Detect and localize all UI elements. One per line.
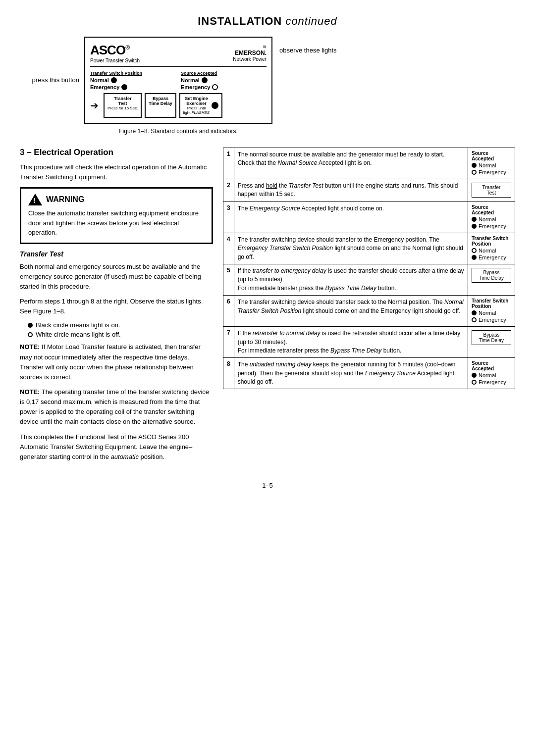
step-number: 5 — [223, 264, 234, 295]
note2: NOTE: The operating transfer time of the… — [20, 387, 213, 427]
step-number: 3 — [223, 202, 234, 233]
warning-label: WARNING — [46, 195, 84, 204]
src-normal-row: Normal — [181, 77, 267, 83]
step-indicator: Transfer Switch Position Normal Emergenc… — [468, 296, 515, 327]
emerson-logo: ≋ EMERSON. Network Power — [233, 44, 267, 62]
para1: Both normal and emergency sources must b… — [20, 262, 213, 292]
indicator-normal-circle — [472, 163, 477, 168]
step-indicator: Transfer Switch Position Normal Emergenc… — [468, 233, 515, 264]
emerson-sym: ≋ — [233, 44, 267, 50]
content-area: 3 – Electrical Operation This procedure … — [20, 148, 515, 467]
para2: Perform steps 1 through 8 at the right. … — [20, 297, 213, 316]
title-text: INSTALLATION — [198, 15, 282, 27]
intro-text: This procedure will check the electrical… — [20, 162, 213, 182]
emerson-name: EMERSON. — [233, 50, 267, 56]
page-number: 1–5 — [262, 482, 273, 489]
step-description: If the retransfer to normal delay is use… — [234, 327, 468, 358]
bullet1-text: Black circle means light is on. — [36, 321, 120, 329]
para3-italic: automatic — [111, 453, 139, 460]
indicator-normal-circle — [472, 373, 477, 378]
normal-label: Normal — [90, 77, 109, 83]
figure-caption: Figure 1–8. Standard controls and indica… — [119, 128, 237, 135]
asco-sub: Power Transfer Switch — [90, 58, 140, 63]
asco-brand: ASCO — [90, 43, 125, 57]
step-number: 1 — [223, 148, 234, 179]
step-indicator: BypassTime Delay — [468, 264, 515, 295]
step-indicator: BypassTime Delay — [468, 327, 515, 358]
step-description: The Emergency Source Accepted light shou… — [234, 202, 468, 233]
indicator-emergency-circle — [472, 224, 477, 229]
source-accepted-label: Source Accepted — [181, 71, 267, 76]
step-description: The unloaded running delay keeps the gen… — [234, 358, 468, 389]
normal-row: Normal — [90, 77, 176, 83]
asco-logo: ASCO® — [90, 43, 140, 58]
note1-text: If Motor Load Transfer feature is activa… — [20, 343, 201, 380]
src-emergency-label: Emergency — [181, 84, 210, 90]
set-engine-circle — [212, 102, 218, 109]
set-engine-exerciser-btn[interactable]: Set EngineExerciser Press untillight FLA… — [179, 93, 222, 118]
warning-title: WARNING — [28, 194, 205, 205]
warning-box: WARNING Close the automatic transfer swi… — [20, 187, 213, 244]
indicator-button: BypassTime Delay — [472, 268, 511, 283]
para3-text: This completes the Functional Test of th… — [20, 433, 192, 460]
indicator-normal-circle — [472, 217, 477, 222]
para3-end: position. — [139, 453, 164, 460]
open-circle-icon — [28, 332, 33, 337]
bullet-item-open: White circle means light is off. — [28, 331, 213, 338]
transfer-test-btn[interactable]: TransferTest Press for 15 Sec. — [104, 93, 142, 118]
source-accepted-section: Source Accepted Normal Emergency — [181, 71, 267, 91]
page-footer: 1–5 — [20, 482, 515, 489]
indicator-emergency-circle — [472, 317, 477, 322]
step-indicator: Source Accepted Normal Emergency — [468, 202, 515, 233]
note1-label: NOTE: — [20, 343, 40, 351]
step-indicator: TransferTest — [468, 179, 515, 202]
src-emergency-circle — [212, 84, 218, 90]
filled-circle-icon — [28, 323, 33, 328]
step-description: If the transfer to emergency delay is us… — [234, 264, 468, 295]
panel-header: ASCO® Power Transfer Switch ≋ EMERSON. N… — [90, 43, 267, 67]
bullet2-text: White circle means light is off. — [36, 331, 121, 338]
step-number: 8 — [223, 358, 234, 389]
para3: This completes the Functional Test of th… — [20, 432, 213, 462]
src-normal-label: Normal — [181, 77, 200, 83]
bullet-list: Black circle means light is on. White ci… — [28, 321, 213, 338]
asco-sup: ® — [125, 44, 129, 51]
warning-triangle-icon — [28, 194, 42, 205]
src-emergency-row: Emergency — [181, 84, 267, 90]
left-column: 3 – Electrical Operation This procedure … — [20, 148, 213, 467]
indicator-button: TransferTest — [472, 183, 511, 198]
continued-text: continued — [285, 15, 337, 27]
panel-box: ASCO® Power Transfer Switch ≋ EMERSON. N… — [84, 37, 272, 124]
right-column: 1The normal source must be available and… — [223, 148, 515, 467]
emerson-sub: Network Power — [233, 56, 267, 62]
step-indicator: Source Accepted Normal Emergency — [468, 148, 515, 179]
note2-label: NOTE: — [20, 388, 40, 396]
indicator-emergency-circle — [472, 255, 477, 260]
observe-lights-label: observe these lights — [279, 47, 344, 54]
indicator-emergency-circle — [472, 170, 477, 175]
normal-circle-filled — [111, 77, 117, 83]
panel-buttons: ➔ TransferTest Press for 15 Sec. BypassT… — [90, 93, 267, 118]
src-normal-circle — [202, 77, 208, 83]
indicator-normal-circle — [472, 248, 477, 253]
emergency-label: Emergency — [90, 84, 119, 90]
indicator-button: BypassTime Delay — [472, 330, 511, 345]
indicator-normal-circle — [472, 310, 477, 315]
step-description: Press and hold the Transfer Test button … — [234, 179, 468, 202]
bypass-time-delay-btn[interactable]: BypassTime Delay — [145, 93, 176, 118]
transfer-switch-section: Transfer Switch Position Normal Emergenc… — [90, 71, 176, 91]
step-number: 7 — [223, 327, 234, 358]
note2-text: The operating transfer time of the trans… — [20, 388, 209, 425]
emergency-circle-filled — [121, 84, 127, 90]
step-indicator: Source Accepted Normal Emergency — [468, 358, 515, 389]
indicator-emergency-circle — [472, 380, 477, 385]
panel-controls: Transfer Switch Position Normal Emergenc… — [90, 71, 267, 91]
steps-table: 1The normal source must be available and… — [223, 148, 515, 389]
press-this-button-label: press this button — [20, 76, 79, 84]
step-number: 4 — [223, 233, 234, 264]
step-number: 6 — [223, 296, 234, 327]
transfer-test-heading: Transfer Test — [20, 250, 213, 258]
arrow-icon: ➔ — [90, 100, 99, 111]
note1: NOTE: If Motor Load Transfer feature is … — [20, 342, 213, 382]
panel-diagram-area: press this button ASCO® Power Transfer S… — [20, 37, 515, 143]
